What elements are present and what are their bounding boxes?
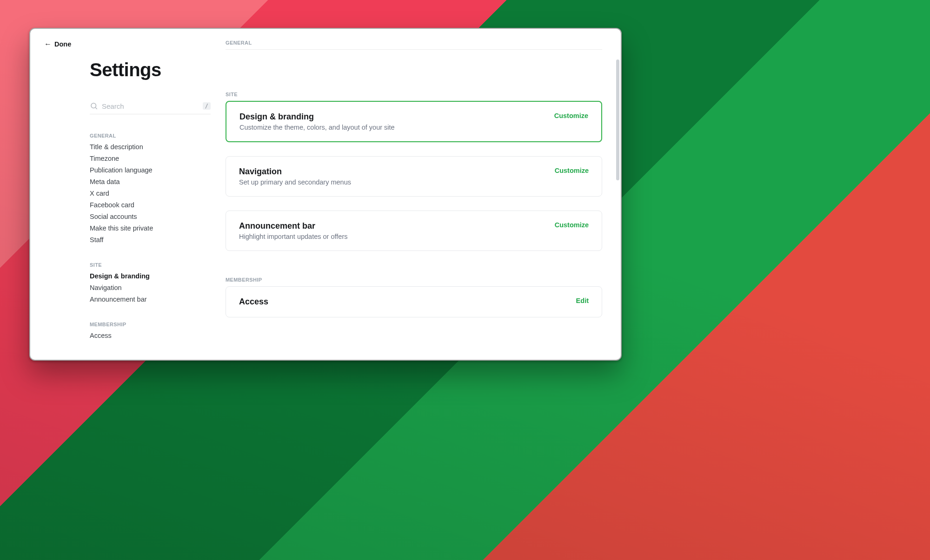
sidebar-item-facebook-card[interactable]: Facebook card: [90, 201, 211, 209]
main-section-label: MEMBERSHIP: [226, 277, 602, 283]
sidebar-item-x-card[interactable]: X card: [90, 190, 211, 197]
card-description: Highlight important updates or offers: [239, 233, 347, 240]
section-divider: [226, 49, 602, 50]
svg-point-0: [91, 103, 96, 108]
card-action-button[interactable]: Customize: [554, 112, 588, 119]
search-icon: [90, 102, 98, 110]
access-card[interactable]: AccessEdit: [226, 286, 602, 317]
card-action-button[interactable]: Edit: [576, 297, 589, 304]
card-title: Design & branding: [239, 112, 395, 122]
announcement-bar-card[interactable]: Announcement barHighlight important upda…: [226, 211, 602, 251]
sidebar-item-announcement-bar[interactable]: Announcement bar: [90, 296, 211, 303]
arrow-left-icon: ←: [44, 40, 52, 48]
sidebar-item-navigation[interactable]: Navigation: [90, 284, 211, 291]
search-input[interactable]: [102, 102, 203, 110]
sidebar-inner: / GENERALTitle & descriptionTimezonePubl…: [90, 102, 211, 339]
card-action-button[interactable]: Customize: [555, 221, 589, 229]
sidebar-nav-list: Title & descriptionTimezonePublication l…: [90, 143, 211, 244]
card-description: Customize the theme, colors, and layout …: [239, 124, 395, 131]
search-shortcut-key: /: [203, 102, 211, 110]
card-list: AccessEdit: [226, 286, 602, 317]
settings-window: ← Done Settings / GENERALTitle & descrip…: [29, 28, 622, 361]
sidebar-item-make-site-private[interactable]: Make this site private: [90, 224, 211, 232]
search-row: /: [90, 102, 211, 114]
page-title: Settings: [90, 59, 211, 80]
card-action-button[interactable]: Customize: [555, 167, 589, 174]
card-description: Set up primary and secondary menus: [239, 178, 351, 186]
navigation-card[interactable]: NavigationSet up primary and secondary m…: [226, 156, 602, 197]
sidebar-item-timezone[interactable]: Timezone: [90, 155, 211, 162]
sidebar-nav-list: Design & brandingNavigationAnnouncement …: [90, 272, 211, 303]
back-button[interactable]: ← Done: [44, 40, 71, 48]
window-content: ← Done Settings / GENERALTitle & descrip…: [30, 29, 621, 360]
sidebar-item-access[interactable]: Access: [90, 332, 211, 339]
sidebar-item-publication-language[interactable]: Publication language: [90, 166, 211, 174]
scrollbar-thumb[interactable]: [616, 59, 619, 180]
sidebar-item-title-description[interactable]: Title & description: [90, 143, 211, 151]
sidebar: ← Done Settings / GENERALTitle & descrip…: [30, 29, 226, 360]
sidebar-section-label: SITE: [90, 262, 211, 268]
sidebar-item-social-accounts[interactable]: Social accounts: [90, 213, 211, 220]
sidebar-section-label: GENERAL: [90, 133, 211, 138]
main-section-label: GENERAL: [226, 40, 602, 46]
sidebar-item-staff[interactable]: Staff: [90, 236, 211, 244]
sidebar-item-meta-data[interactable]: Meta data: [90, 178, 211, 185]
sidebar-section-label: MEMBERSHIP: [90, 322, 211, 327]
card-title: Announcement bar: [239, 221, 347, 231]
main-panel[interactable]: GENERALSITEDesign & brandingCustomize th…: [226, 29, 621, 360]
sidebar-nav-list: Access: [90, 332, 211, 339]
design-branding-card[interactable]: Design & brandingCustomize the theme, co…: [226, 101, 602, 142]
card-title: Navigation: [239, 167, 351, 177]
card-list: Design & brandingCustomize the theme, co…: [226, 101, 602, 251]
svg-line-1: [95, 107, 97, 109]
main-section-label: SITE: [226, 92, 602, 97]
sidebar-item-design-branding[interactable]: Design & branding: [90, 272, 211, 280]
back-label: Done: [54, 40, 71, 48]
card-title: Access: [239, 297, 268, 307]
